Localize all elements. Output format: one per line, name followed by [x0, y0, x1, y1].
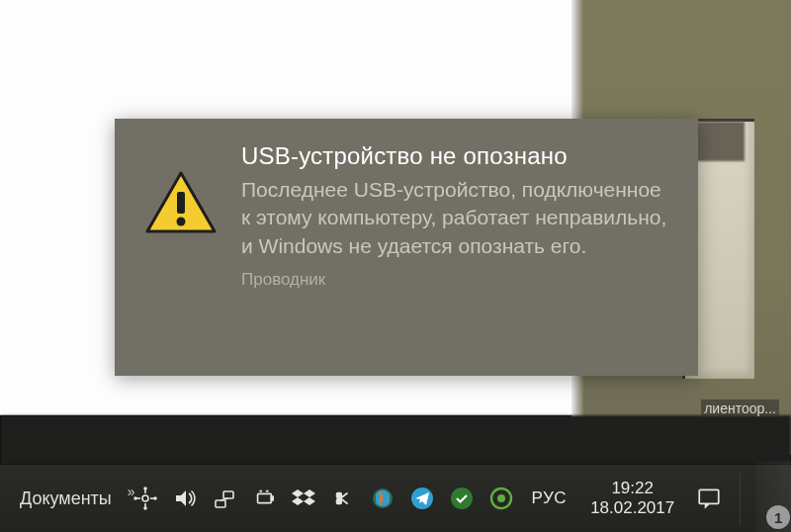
telegram-icon[interactable] [409, 486, 435, 511]
svg-marker-18 [292, 489, 304, 497]
notification-count-badge: 1 [766, 505, 790, 529]
svg-point-10 [134, 497, 136, 499]
toast-text: USB-устройство не опознано Последнее USB… [233, 142, 668, 356]
svg-rect-13 [216, 500, 225, 507]
clock-date: 18.02.2017 [590, 498, 674, 518]
svg-point-3 [142, 495, 148, 501]
taskbar-documents-button[interactable]: Документы [14, 485, 118, 513]
svg-point-8 [144, 488, 146, 489]
svg-rect-23 [336, 499, 341, 504]
toast-title: USB-устройство не опознано [241, 142, 668, 170]
svg-line-15 [220, 498, 228, 500]
usb-notification-toast[interactable]: USB-устройство не опознано Последнее USB… [115, 119, 698, 376]
svg-rect-30 [699, 489, 719, 503]
svg-point-27 [451, 488, 473, 509]
svg-rect-17 [271, 496, 273, 500]
svg-rect-22 [336, 493, 341, 498]
warning-icon [144, 170, 218, 235]
svg-marker-12 [176, 490, 186, 506]
power-icon[interactable] [251, 486, 277, 511]
background-dark-band [0, 415, 791, 465]
taskbar-separator [740, 471, 741, 526]
svg-marker-31 [705, 503, 710, 508]
svg-point-2 [177, 218, 186, 226]
bluetooth-icon[interactable] [330, 486, 356, 511]
svg-rect-14 [223, 491, 233, 498]
system-tray: РУС 19:22 18.02.2017 1 [132, 462, 791, 532]
sync-icon[interactable] [132, 486, 158, 511]
background-partial-text: лиентоор... [701, 399, 779, 417]
antivirus-icon[interactable] [449, 486, 475, 511]
dropbox-icon[interactable] [291, 486, 316, 511]
svg-point-9 [144, 507, 146, 509]
record-icon[interactable] [488, 486, 514, 511]
svg-rect-16 [257, 493, 271, 502]
show-desktop-area[interactable]: 1 [756, 462, 791, 532]
svg-rect-1 [177, 192, 185, 214]
browser-icon[interactable] [370, 486, 396, 511]
taskbar-left: Документы » [0, 484, 132, 513]
action-center-icon[interactable] [694, 484, 724, 513]
svg-marker-20 [292, 497, 304, 505]
toast-icon-wrap [144, 142, 233, 356]
svg-point-29 [497, 494, 505, 502]
clock-time: 19:22 [611, 479, 654, 498]
taskbar: Документы » [0, 465, 791, 532]
svg-marker-19 [304, 489, 315, 497]
toast-source: Проводник [241, 270, 668, 290]
svg-marker-21 [304, 497, 315, 505]
language-indicator[interactable]: РУС [528, 488, 571, 508]
svg-point-11 [154, 497, 156, 499]
volume-icon[interactable] [172, 486, 198, 511]
network-icon[interactable] [212, 486, 237, 511]
toast-body: Последнее USB-устройство, подключенное к… [241, 176, 668, 260]
taskbar-clock[interactable]: 19:22 18.02.2017 [584, 479, 680, 517]
